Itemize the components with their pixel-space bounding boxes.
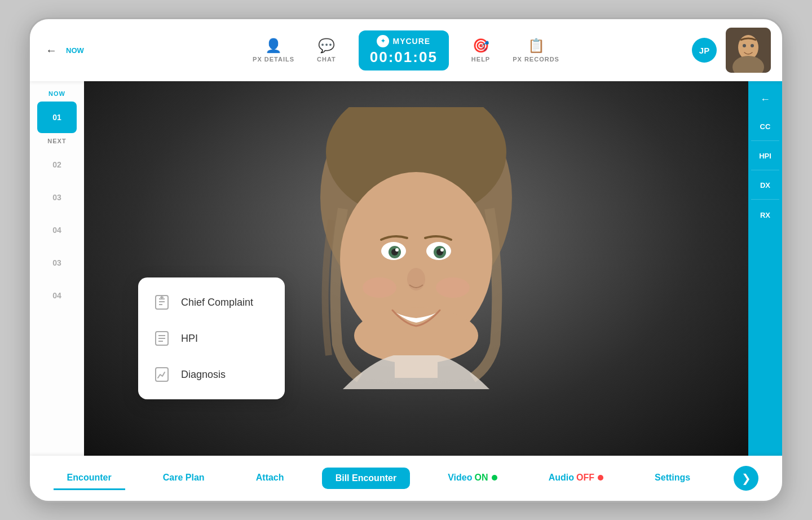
help-icon: 🎯 (473, 38, 489, 54)
audio-status-dot (598, 475, 603, 481)
nav-px-records[interactable]: 📋 PX RECORDS (513, 38, 559, 63)
nav-chat[interactable]: 💬 CHAT (317, 38, 336, 63)
video-area: Chief Complaint HPI (84, 81, 748, 456)
diagnosis-icon (152, 364, 172, 385)
tab-encounter[interactable]: Encounter (54, 467, 125, 490)
left-sidebar: NOW 01 NEXT 02 03 04 03 04 (30, 81, 84, 456)
sidebar-slot-04b[interactable]: 04 (37, 280, 77, 311)
timer-box: ✦ MYCURE 00:01:05 (359, 30, 449, 70)
next-button[interactable]: ❯ (734, 466, 758, 491)
sidebar-slot-03[interactable]: 03 (37, 182, 77, 213)
care-plan-label: Care Plan (163, 473, 205, 483)
hpi-label: HPI (181, 333, 198, 345)
encounter-label: Encounter (67, 473, 112, 483)
right-nav-rx[interactable]: RX (751, 201, 779, 229)
attach-label: Attach (256, 473, 284, 483)
device-frame: ← NOW 👤 PX DETAILS 💬 CHAT ✦ MYCURE (28, 17, 784, 503)
sidebar-slot-04[interactable]: 04 (37, 214, 77, 246)
brand-name: MYCURE (392, 37, 430, 46)
avatar[interactable]: JP (692, 38, 717, 63)
tab-care-plan[interactable]: Care Plan (149, 467, 218, 490)
px-records-label: PX RECORDS (513, 56, 559, 63)
popup-chief-complaint[interactable]: Chief Complaint (138, 284, 285, 320)
svg-point-4 (751, 44, 754, 47)
px-details-icon: 👤 (265, 38, 282, 54)
popup-menu: Chief Complaint HPI (138, 277, 285, 399)
top-bar: ← NOW 👤 PX DETAILS 💬 CHAT ✦ MYCURE (30, 19, 782, 81)
sidebar-next-header: NEXT (37, 134, 77, 148)
right-nav-dx[interactable]: DX (751, 171, 779, 200)
video-label: Video (448, 473, 472, 483)
audio-label: Audio (549, 473, 574, 483)
video-status: ON (475, 473, 488, 483)
sidebar-slot-01-active[interactable]: 01 (37, 102, 77, 133)
tab-bill-encounter[interactable]: Bill Encounter (322, 468, 410, 489)
video-feed (84, 81, 748, 456)
video-status-dot (492, 475, 497, 481)
tab-audio[interactable]: Audio OFF (535, 467, 617, 490)
px-details-label: PX DETAILS (253, 56, 294, 63)
svg-point-17 (440, 248, 444, 252)
settings-label: Settings (655, 473, 690, 483)
popup-hpi[interactable]: HPI (138, 320, 285, 356)
tab-settings[interactable]: Settings (641, 467, 704, 490)
hpi-icon (152, 328, 172, 349)
top-bar-left: ← NOW (41, 40, 84, 60)
timer-time: 00:01:05 (370, 49, 438, 66)
svg-rect-31 (156, 368, 168, 381)
main-container: ← NOW 👤 PX DETAILS 💬 CHAT ✦ MYCURE (30, 19, 782, 501)
svg-point-20 (436, 277, 470, 298)
chat-icon: 💬 (318, 38, 335, 54)
chat-label: CHAT (317, 56, 336, 63)
svg-point-16 (395, 248, 399, 252)
sidebar-slot-02[interactable]: 02 (37, 149, 77, 180)
now-label: NOW (66, 46, 84, 55)
chief-complaint-icon (152, 292, 172, 312)
sidebar-slot-03b[interactable]: 03 (37, 247, 77, 279)
back-button[interactable]: ← (41, 40, 61, 60)
bottom-bar: Encounter Care Plan Attach Bill Encounte… (30, 456, 782, 501)
right-nav-cc[interactable]: CC (751, 113, 779, 141)
px-records-icon: 📋 (528, 38, 545, 54)
right-nav-hpi[interactable]: HPI (751, 142, 779, 170)
top-bar-right: JP (692, 28, 771, 73)
svg-point-3 (743, 44, 746, 47)
audio-status: OFF (576, 473, 594, 483)
tab-video[interactable]: Video ON (434, 467, 510, 490)
nav-px-details[interactable]: 👤 PX DETAILS (253, 38, 294, 63)
top-bar-center: 👤 PX DETAILS 💬 CHAT ✦ MYCURE 00:01:05 🎯 (253, 30, 559, 70)
right-sidebar: ← CC HPI DX RX (748, 81, 782, 456)
patient-thumbnail (726, 28, 771, 73)
svg-point-19 (363, 277, 396, 298)
timer-brand: ✦ MYCURE (377, 35, 430, 47)
diagnosis-label: Diagnosis (181, 369, 226, 381)
popup-diagnosis[interactable]: Diagnosis (138, 356, 285, 393)
content-area: NOW 01 NEXT 02 03 04 03 04 (30, 81, 782, 456)
tab-attach[interactable]: Attach (242, 467, 298, 490)
sidebar-now-header: NOW (37, 87, 77, 100)
chief-complaint-label: Chief Complaint (181, 297, 253, 309)
bill-encounter-label: Bill Encounter (336, 473, 396, 483)
help-label: HELP (471, 56, 490, 63)
right-back-button[interactable]: ← (751, 87, 779, 112)
nav-help[interactable]: 🎯 HELP (471, 38, 490, 63)
brand-logo: ✦ (377, 35, 389, 47)
